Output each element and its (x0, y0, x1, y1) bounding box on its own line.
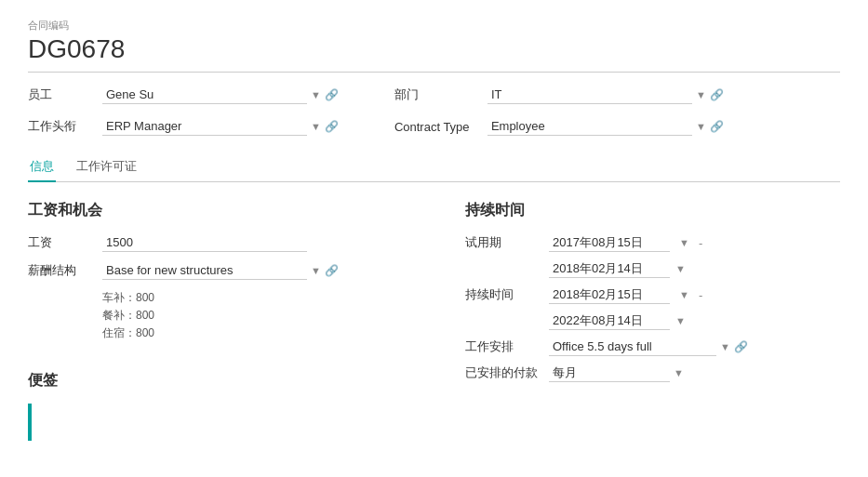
main-content: 工资和机会 工资 薪酬结构 ▼ 🔗 车补：800 餐补：800 住宿：800 便… (28, 201, 840, 441)
right-section: 持续时间 试用期 ▼ - ▼ 持续时间 ▼ - ▼ 工作安排 (465, 201, 840, 441)
notes-content (28, 404, 428, 441)
duration-start-input[interactable] (549, 285, 670, 304)
title-divider (28, 72, 840, 73)
duration-end-dropdown[interactable]: ▼ (675, 315, 686, 326)
salary-input[interactable] (102, 233, 307, 252)
salary-structure-label: 薪酬结构 (28, 262, 102, 279)
note-car: 车补：800 (102, 289, 428, 307)
department-input[interactable] (487, 86, 692, 104)
notes-bar (28, 404, 32, 441)
job-title-input-wrap: ▼ 🔗 (102, 117, 339, 136)
probation-end-dropdown[interactable]: ▼ (675, 263, 686, 274)
payment-dropdown[interactable]: ▼ (674, 367, 684, 378)
department-ext-link[interactable]: 🔗 (710, 88, 724, 101)
probation-end-input[interactable] (549, 259, 670, 278)
duration-start-dropdown[interactable]: ▼ (679, 289, 689, 300)
job-title-field-group: 工作头衔 ▼ 🔗 (28, 117, 339, 136)
work-schedule-input[interactable] (549, 338, 716, 356)
contract-code-label: 合同编码 (28, 19, 840, 33)
job-title-label: 工作头衔 (28, 118, 102, 135)
top-right-fields: 部门 ▼ 🔗 Contract Type ▼ 🔗 (394, 86, 724, 143)
department-input-wrap: ▼ 🔗 (487, 86, 724, 104)
salary-notes: 车补：800 餐补：800 住宿：800 (102, 289, 428, 343)
tab-work-permit[interactable]: 工作许可证 (74, 152, 139, 182)
job-title-input[interactable] (102, 117, 307, 136)
employee-dropdown-arrow[interactable]: ▼ (311, 89, 321, 100)
contract-type-dropdown-arrow[interactable]: ▼ (696, 121, 706, 132)
probation-end-row: ▼ (549, 259, 840, 278)
work-schedule-select-wrap: ▼ 🔗 (549, 338, 748, 356)
notes-section-title: 便签 (28, 371, 428, 391)
top-left-fields: 员工 ▼ 🔗 工作头衔 ▼ 🔗 (28, 86, 339, 143)
contract-type-label: Contract Type (394, 120, 487, 134)
department-field-group: 部门 ▼ 🔗 (394, 86, 724, 104)
left-section: 工资和机会 工资 薪酬结构 ▼ 🔗 车补：800 餐补：800 住宿：800 便… (28, 201, 428, 441)
duration-label: 持续时间 (465, 286, 540, 303)
salary-structure-row: 薪酬结构 ▼ 🔗 (28, 261, 428, 280)
salary-structure-input-wrap: ▼ 🔗 (102, 261, 339, 280)
note-housing: 住宿：800 (102, 325, 428, 342)
salary-structure-input[interactable] (102, 261, 307, 280)
payment-label: 已安排的付款 (465, 364, 540, 381)
employee-input-wrap: ▼ 🔗 (102, 86, 339, 104)
employee-ext-link[interactable]: 🔗 (325, 88, 339, 101)
department-label: 部门 (394, 86, 487, 103)
payment-row: 已安排的付款 ▼ (465, 364, 840, 382)
employee-label: 员工 (28, 86, 102, 103)
probation-label: 试用期 (465, 234, 540, 251)
work-schedule-label: 工作安排 (465, 338, 540, 355)
note-meal: 餐补：800 (102, 307, 428, 325)
probation-start-input[interactable] (549, 233, 670, 252)
salary-row: 工资 (28, 233, 428, 252)
tab-bar: 信息 工作许可证 (28, 152, 840, 182)
probation-row: 试用期 ▼ - (465, 233, 840, 252)
payment-select-wrap: ▼ (549, 364, 684, 382)
probation-dash: - (699, 236, 702, 250)
contract-type-field-group: Contract Type ▼ 🔗 (394, 117, 724, 136)
employee-field-group: 员工 ▼ 🔗 (28, 86, 339, 104)
contract-type-ext-link[interactable]: 🔗 (710, 120, 724, 133)
work-schedule-dropdown[interactable]: ▼ (720, 341, 730, 352)
contract-type-input[interactable] (487, 117, 692, 136)
work-schedule-row: 工作安排 ▼ 🔗 (465, 338, 840, 356)
duration-dash: - (699, 288, 702, 302)
top-fields: 员工 ▼ 🔗 工作头衔 ▼ 🔗 部门 ▼ 🔗 (28, 86, 840, 143)
salary-structure-ext-link[interactable]: 🔗 (325, 264, 339, 277)
job-title-ext-link[interactable]: 🔗 (325, 120, 339, 133)
contract-type-input-wrap: ▼ 🔗 (487, 117, 724, 136)
work-schedule-ext-link[interactable]: 🔗 (734, 340, 748, 353)
salary-label: 工资 (28, 234, 102, 251)
salary-structure-dropdown[interactable]: ▼ (311, 265, 321, 276)
duration-section-title: 持续时间 (465, 201, 840, 220)
notes-section: 便签 (28, 371, 428, 441)
duration-row: 持续时间 ▼ - (465, 285, 840, 304)
probation-start-dropdown[interactable]: ▼ (679, 237, 689, 248)
department-dropdown-arrow[interactable]: ▼ (696, 89, 706, 100)
employee-input[interactable] (102, 86, 307, 104)
job-title-dropdown-arrow[interactable]: ▼ (311, 121, 321, 132)
tab-info[interactable]: 信息 (28, 152, 56, 182)
payment-input[interactable] (549, 364, 670, 382)
wages-section-title: 工资和机会 (28, 201, 428, 220)
contract-title: DG0678 (28, 34, 840, 64)
duration-end-input[interactable] (549, 311, 670, 330)
duration-end-row: ▼ (549, 311, 840, 330)
